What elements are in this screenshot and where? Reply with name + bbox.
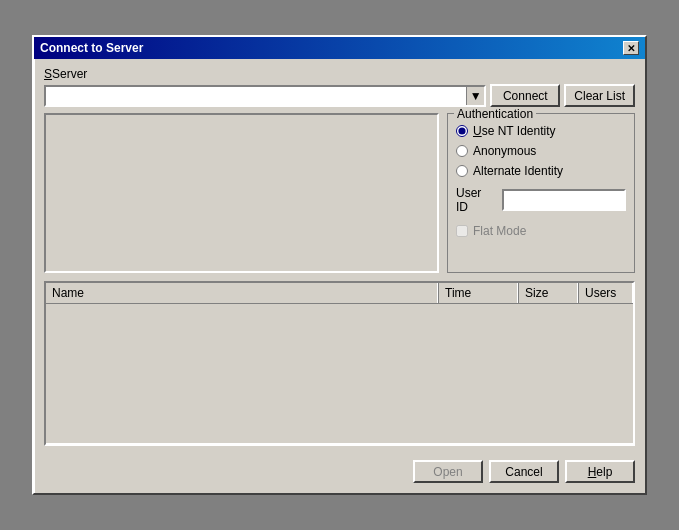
help-button[interactable]: Help [565, 460, 635, 483]
radio-nt-label: Use NT Identity [473, 124, 555, 138]
user-id-label: User ID [456, 186, 496, 214]
server-label: SServer [44, 67, 635, 81]
radio-alternate[interactable] [456, 165, 468, 177]
server-row: ▼ Connect Clear List [44, 84, 635, 107]
connect-button[interactable]: Connect [490, 84, 560, 107]
results-table: Name Time Size Users [44, 281, 635, 446]
main-area: Authentication Use NT Identity Anonymous… [44, 113, 635, 273]
radio-alternate-label: Alternate Identity [473, 164, 563, 178]
radio-row-alternate: Alternate Identity [456, 164, 626, 178]
connect-to-server-dialog: Connect to Server ✕ SServer ▼ Connect Cl… [32, 35, 647, 495]
cancel-button[interactable]: Cancel [489, 460, 559, 483]
col-name: Name [46, 283, 438, 303]
close-button[interactable]: ✕ [623, 41, 639, 55]
authentication-legend: Authentication [454, 107, 536, 121]
col-time: Time [438, 283, 518, 303]
radio-anonymous-label: Anonymous [473, 144, 536, 158]
dropdown-arrow-icon[interactable]: ▼ [466, 87, 484, 105]
flat-mode-row: Flat Mode [456, 224, 626, 238]
dialog-title: Connect to Server [40, 41, 143, 55]
preview-box [44, 113, 439, 273]
col-size: Size [518, 283, 578, 303]
radio-anonymous[interactable] [456, 145, 468, 157]
flat-mode-label: Flat Mode [473, 224, 526, 238]
authentication-group: Authentication Use NT Identity Anonymous… [447, 113, 635, 273]
table-body [46, 304, 633, 443]
open-button[interactable]: Open [413, 460, 483, 483]
clear-list-button[interactable]: Clear List [564, 84, 635, 107]
col-users: Users [578, 283, 633, 303]
table-header: Name Time Size Users [46, 283, 633, 304]
flat-mode-checkbox[interactable] [456, 225, 468, 237]
user-id-input[interactable] [502, 189, 626, 211]
user-id-row: User ID [456, 186, 626, 214]
bottom-buttons: Open Cancel Help [44, 456, 635, 483]
title-bar: Connect to Server ✕ [34, 37, 645, 59]
dialog-body: SServer ▼ Connect Clear List Authenticat… [34, 59, 645, 493]
radio-row-nt: Use NT Identity [456, 124, 626, 138]
radio-use-nt[interactable] [456, 125, 468, 137]
radio-row-anonymous: Anonymous [456, 144, 626, 158]
server-dropdown-container[interactable]: ▼ [44, 85, 486, 107]
